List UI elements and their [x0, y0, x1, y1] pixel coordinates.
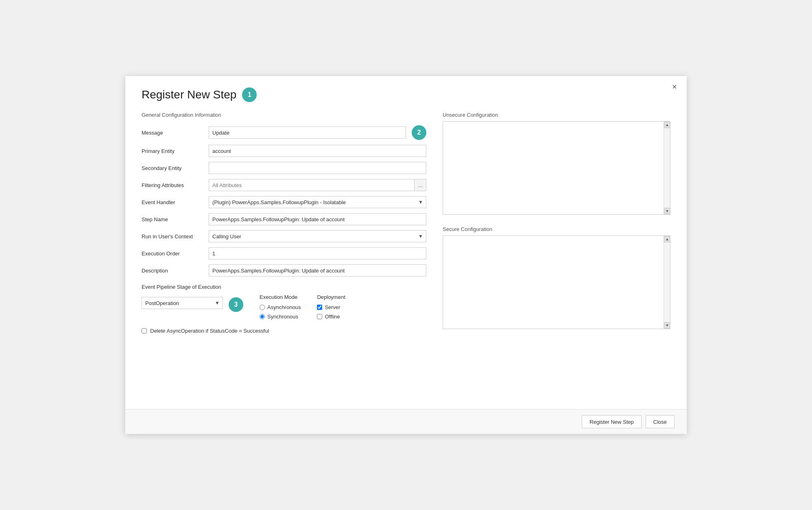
secure-config-area: ▲ ▼: [443, 235, 670, 329]
unsecure-config-label: Unsecure Configuration: [443, 112, 670, 118]
filtering-attributes-wrapper: ...: [209, 179, 426, 191]
delete-async-row: Delete AsyncOperation if StatusCode = Su…: [142, 328, 426, 334]
event-handler-row: Event Handler (Plugin) PowerApps.Samples…: [142, 196, 426, 208]
pipeline-row: PostOperation PreValidation PreOperation…: [142, 294, 426, 320]
execution-order-label: Execution Order: [142, 251, 209, 257]
filtering-attributes-row: Filtering Attributes ...: [142, 179, 426, 191]
event-handler-select[interactable]: (Plugin) PowerApps.Samples.FollowupPlugi…: [209, 196, 426, 208]
right-column: Unsecure Configuration ▲ ▼ Secure Config…: [443, 112, 670, 401]
unsecure-scroll-down-button[interactable]: ▼: [664, 208, 670, 214]
secure-config-label: Secure Configuration: [443, 226, 670, 232]
pipeline-section-label: Event Pipeline Stage of Execution: [142, 284, 426, 290]
step-name-label: Step Name: [142, 216, 209, 222]
step-name-input[interactable]: [209, 213, 426, 225]
async-radio-row: Asynchronous: [260, 304, 301, 310]
unsecure-config-area: ▲ ▼: [443, 121, 670, 215]
offline-checkbox-row: Offline: [317, 314, 345, 320]
close-button[interactable]: ×: [670, 82, 679, 92]
filtering-ellipsis-button[interactable]: ...: [414, 179, 426, 191]
unsecure-config-textarea[interactable]: [443, 122, 664, 214]
secure-scroll-down-button[interactable]: ▼: [664, 322, 670, 329]
filtering-attributes-input[interactable]: [209, 179, 414, 191]
description-input[interactable]: [209, 264, 426, 277]
unsecure-scrollbar: ▲ ▼: [664, 122, 670, 214]
general-config-title: General Configuration Information: [142, 112, 426, 118]
step-badge-2: 2: [412, 125, 426, 140]
event-handler-label: Event Handler: [142, 199, 209, 205]
delete-async-label: Delete AsyncOperation if StatusCode = Su…: [150, 328, 269, 334]
filtering-attributes-label: Filtering Attributes: [142, 182, 209, 188]
asynchronous-label: Asynchronous: [267, 304, 301, 310]
secondary-entity-row: Secondary Entity: [142, 162, 426, 174]
secondary-entity-input[interactable]: [209, 162, 426, 174]
execution-order-row: Execution Order: [142, 247, 426, 259]
deployment-group: Deployment Server Offline: [317, 294, 345, 320]
secure-scroll-up-button[interactable]: ▲: [664, 236, 670, 242]
synchronous-radio[interactable]: [260, 314, 265, 319]
pipeline-stage-select[interactable]: PostOperation PreValidation PreOperation: [142, 297, 223, 309]
run-in-context-select[interactable]: Calling User: [209, 230, 426, 242]
primary-entity-label: Primary Entity: [142, 148, 209, 154]
pipeline-section: Event Pipeline Stage of Execution PostOp…: [142, 284, 426, 320]
step-badge-3: 3: [229, 297, 243, 312]
pipeline-select-badges: PostOperation PreValidation PreOperation…: [142, 294, 243, 312]
primary-entity-input[interactable]: [209, 145, 426, 157]
message-row: Message 2: [142, 125, 426, 140]
execution-mode-group: Execution Mode Asynchronous Synchronous: [260, 294, 301, 320]
secure-scrollbar: ▲ ▼: [664, 236, 670, 329]
server-label: Server: [325, 304, 340, 310]
dialog-title: Register New Step: [142, 88, 236, 101]
synchronous-label: Synchronous: [267, 314, 298, 320]
execution-mode-title: Execution Mode: [260, 294, 301, 300]
register-new-step-button[interactable]: Register New Step: [582, 415, 641, 428]
unsecure-scroll-up-button[interactable]: ▲: [664, 122, 670, 128]
secure-config-textarea[interactable]: [443, 236, 664, 329]
run-in-context-label: Run in User's Context: [142, 233, 209, 240]
deployment-title: Deployment: [317, 294, 345, 300]
close-footer-button[interactable]: Close: [646, 415, 674, 428]
primary-entity-row: Primary Entity: [142, 145, 426, 157]
asynchronous-radio[interactable]: [260, 305, 265, 310]
event-handler-wrapper: (Plugin) PowerApps.Samples.FollowupPlugi…: [209, 196, 426, 208]
pipeline-select-wrapper: PostOperation PreValidation PreOperation…: [142, 297, 223, 309]
step-name-row: Step Name: [142, 213, 426, 225]
register-new-step-dialog: × Register New Step 1 General Configurat…: [125, 76, 687, 434]
step-badge-1: 1: [242, 87, 257, 102]
server-checkbox[interactable]: [317, 305, 322, 310]
delete-async-checkbox[interactable]: [142, 328, 147, 333]
description-label: Description: [142, 268, 209, 274]
sync-radio-row: Synchronous: [260, 314, 301, 320]
offline-checkbox[interactable]: [317, 314, 322, 319]
description-row: Description: [142, 264, 426, 277]
execution-order-input[interactable]: [209, 247, 426, 259]
server-checkbox-row: Server: [317, 304, 345, 310]
run-in-context-row: Run in User's Context Calling User ▼: [142, 230, 426, 242]
secondary-entity-label: Secondary Entity: [142, 165, 209, 171]
dialog-footer: Register New Step Close: [125, 409, 687, 434]
run-in-context-wrapper: Calling User ▼: [209, 230, 426, 242]
offline-label: Offline: [325, 314, 340, 320]
message-input[interactable]: [209, 126, 406, 139]
message-label: Message: [142, 130, 209, 136]
